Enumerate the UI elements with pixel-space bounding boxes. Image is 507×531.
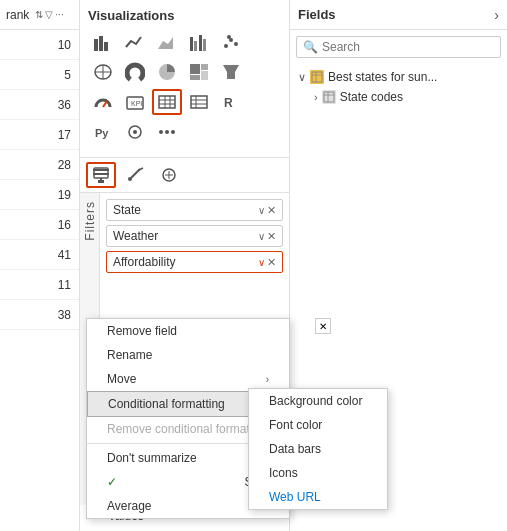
rank-row: 16: [0, 210, 79, 240]
expand-icon-state-codes[interactable]: ›: [314, 91, 318, 103]
viz-clustered-bar[interactable]: [184, 29, 214, 55]
filter-pill-affordability[interactable]: Affordability ∨ ✕: [106, 251, 283, 273]
svg-rect-6: [199, 35, 202, 51]
svg-rect-50: [312, 72, 322, 82]
web-url-label: Web URL: [269, 490, 321, 504]
field-tree: ∨ Best states for sun... › State codes: [290, 64, 507, 110]
menu-item-remove-field[interactable]: Remove field: [87, 319, 289, 343]
expand-icon-best-states[interactable]: ∨: [298, 71, 306, 84]
field-item-state-codes[interactable]: › State codes: [298, 88, 499, 106]
rank-row: 5: [0, 60, 79, 90]
viz-map[interactable]: [88, 59, 118, 85]
more-icon[interactable]: ···: [55, 9, 63, 20]
viz-pie[interactable]: [152, 59, 182, 85]
viz-r-script[interactable]: R: [216, 89, 246, 115]
svg-point-10: [234, 42, 238, 46]
svg-rect-41: [93, 173, 109, 175]
svg-rect-15: [190, 64, 200, 74]
viz-area-chart[interactable]: [152, 29, 182, 55]
close-icon-affordability[interactable]: ✕: [267, 256, 276, 269]
rank-row: 19: [0, 180, 79, 210]
viz-section: Visualizations: [80, 0, 289, 158]
menu-item-rename[interactable]: Rename: [87, 343, 289, 367]
analytics-icon[interactable]: [154, 162, 184, 188]
viz-gauge[interactable]: [88, 89, 118, 115]
close-icon-state[interactable]: ✕: [267, 204, 276, 217]
rank-rows: 10 5 36 17 28 19 16 41 11 38: [0, 30, 79, 330]
field-label-best-states: Best states for sun...: [328, 70, 499, 84]
viz-icons-row2: [88, 59, 281, 85]
sort-icon[interactable]: ⇅: [35, 9, 43, 20]
rank-row: 36: [0, 90, 79, 120]
filter-weather-icons: ∨ ✕: [258, 230, 276, 243]
rank-row: 28: [0, 150, 79, 180]
filters-label: Filters: [83, 201, 97, 241]
svg-rect-4: [190, 37, 193, 51]
field-item-best-states[interactable]: ∨ Best states for sun...: [298, 68, 499, 86]
fields-title: Fields: [298, 7, 336, 22]
viz-matrix[interactable]: [184, 89, 214, 115]
fields-search-input[interactable]: [322, 40, 494, 54]
chevron-icon-state[interactable]: ∨: [258, 205, 265, 216]
svg-rect-23: [159, 96, 175, 108]
sum-checkmark: ✓: [107, 475, 117, 489]
svg-rect-5: [194, 41, 197, 51]
viz-icons-row1: [88, 29, 281, 55]
expand-fields-arrow[interactable]: ›: [494, 7, 499, 23]
viz-stacked-bar[interactable]: [88, 29, 118, 55]
viz-python[interactable]: Py: [88, 119, 118, 145]
svg-point-11: [227, 35, 231, 39]
submenu-item-web-url[interactable]: Web URL: [249, 485, 387, 509]
svg-rect-0: [94, 39, 98, 51]
svg-rect-28: [191, 96, 207, 108]
rank-header-icons: ⇅ ▽ ···: [35, 9, 63, 20]
viz-scatter[interactable]: [216, 29, 246, 55]
svg-text:KPI: KPI: [131, 100, 142, 107]
chevron-icon-affordability[interactable]: ∨: [258, 257, 265, 268]
submenu-item-icons[interactable]: Icons: [249, 461, 387, 485]
submenu-item-font-color[interactable]: Font color: [249, 413, 387, 437]
filter-label-weather: Weather: [113, 229, 158, 243]
viz-card[interactable]: KPI: [120, 89, 150, 115]
search-icon: 🔍: [303, 40, 318, 54]
svg-point-37: [165, 130, 169, 134]
rank-row: 41: [0, 240, 79, 270]
fields-header: Fields ›: [290, 0, 507, 30]
svg-point-35: [133, 130, 137, 134]
svg-rect-43: [98, 180, 104, 183]
svg-rect-16: [201, 64, 208, 70]
svg-rect-7: [203, 39, 206, 51]
viz-line-chart[interactable]: [120, 29, 150, 55]
svg-rect-17: [201, 71, 208, 80]
submenu-item-background-color[interactable]: Background color: [249, 389, 387, 413]
viz-treemap[interactable]: [184, 59, 214, 85]
submenu-item-data-bars[interactable]: Data bars: [249, 437, 387, 461]
filter-label-state: State: [113, 203, 141, 217]
svg-rect-1: [99, 36, 103, 51]
viz-funnel[interactable]: [216, 59, 246, 85]
svg-point-38: [171, 130, 175, 134]
viz-table[interactable]: [152, 89, 182, 115]
context-menu-close-button[interactable]: ✕: [315, 318, 331, 334]
viz-format-bar: [80, 158, 289, 193]
format-icon[interactable]: [86, 162, 116, 188]
svg-rect-53: [324, 92, 334, 102]
paint-brush-icon[interactable]: [120, 162, 150, 188]
svg-rect-2: [104, 42, 108, 51]
svg-text:R: R: [224, 96, 233, 110]
fields-search-box[interactable]: 🔍: [296, 36, 501, 58]
svg-marker-19: [223, 65, 239, 79]
filter-icon[interactable]: ▽: [45, 9, 53, 20]
filter-pill-weather[interactable]: Weather ∨ ✕: [106, 225, 283, 247]
svg-rect-40: [93, 169, 109, 171]
rank-header: rank ⇅ ▽ ···: [0, 0, 79, 30]
viz-more[interactable]: [152, 119, 182, 145]
filter-pill-state[interactable]: State ∨ ✕: [106, 199, 283, 221]
rank-row: 17: [0, 120, 79, 150]
viz-donut[interactable]: [120, 59, 150, 85]
svg-line-20: [103, 101, 107, 107]
close-icon-weather[interactable]: ✕: [267, 230, 276, 243]
viz-arcgis[interactable]: [120, 119, 150, 145]
svg-line-46: [139, 168, 143, 170]
chevron-icon-weather[interactable]: ∨: [258, 231, 265, 242]
